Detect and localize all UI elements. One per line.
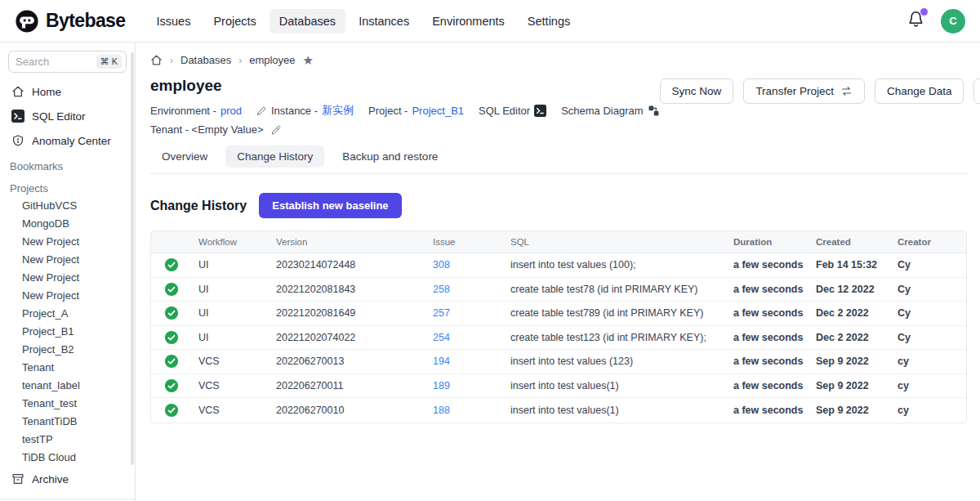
cell-status — [151, 330, 192, 345]
instance-link[interactable]: 新实例 — [322, 103, 354, 118]
environment-link[interactable]: prod — [220, 105, 242, 117]
sidebar-section-bookmarks: Bookmarks — [0, 153, 135, 175]
cell-duration: a few seconds — [727, 259, 809, 271]
cell-duration: a few seconds — [727, 356, 809, 367]
archive-icon — [11, 472, 24, 485]
nav-menu: IssuesProjectsDatabasesInstancesEnvironm… — [146, 9, 580, 34]
project-link[interactable]: Project_B1 — [412, 105, 464, 117]
success-status-icon — [164, 354, 179, 369]
issue-link[interactable]: 257 — [433, 307, 450, 319]
meta-schema-diagram-link[interactable]: Schema Diagram — [561, 105, 659, 117]
page-header-left: employee Environment - prod Instance - 新… — [150, 77, 660, 136]
cell-sql: create table test123 (id int PRIMARY KEY… — [504, 332, 727, 343]
nav-item-projects[interactable]: Projects — [203, 9, 265, 34]
edit-pencil-icon[interactable] — [270, 124, 282, 136]
meta-project-label: Project - — [368, 105, 408, 117]
success-status-icon — [164, 282, 179, 297]
breadcrumb-home-icon[interactable] — [150, 54, 163, 66]
meta-instance: Instance - 新实例 — [256, 103, 354, 118]
cell-sql: insert into test values(1) — [504, 405, 727, 416]
notification-dot — [920, 8, 928, 16]
cell-issue: 188 — [426, 405, 504, 416]
cell-creator: Cy — [891, 332, 966, 343]
sidebar-item-archive[interactable]: Archive — [0, 467, 135, 491]
sidebar-item-label: Anomaly Center — [32, 135, 111, 147]
sidebar-project-project-b1[interactable]: Project_B1 — [0, 323, 135, 341]
cell-creator: Cy — [891, 284, 966, 295]
search-input[interactable] — [16, 56, 93, 68]
top-navbar: Bytebase IssuesProjectsDatabasesInstance… — [0, 0, 980, 42]
bookmark-star-icon[interactable]: ★ — [303, 54, 314, 66]
cell-issue: 254 — [426, 332, 504, 343]
establish-baseline-button[interactable]: Establish new baseline — [259, 193, 401, 218]
sidebar-project-tenanttidb[interactable]: TenantTiDB — [0, 413, 135, 431]
success-status-icon — [164, 378, 179, 393]
sidebar-item-anomaly-center[interactable]: Anomaly Center — [0, 128, 135, 153]
sidebar-project-project-b2[interactable]: Project_B2 — [0, 341, 135, 359]
tab-overview[interactable]: Overview — [150, 145, 219, 168]
nav-item-environments[interactable]: Environments — [422, 9, 514, 34]
breadcrumb-databases[interactable]: Databases — [180, 54, 231, 66]
sidebar-project-githubvcs[interactable]: GitHubVCS — [0, 197, 135, 215]
sidebar-project-new-project[interactable]: New Project — [0, 287, 135, 305]
nav-item-settings[interactable]: Settings — [518, 9, 580, 34]
meta-sql-editor-link[interactable]: SQL Editor — [479, 105, 546, 117]
page-actions: Sync Now Transfer Project Change Data Al… — [660, 77, 980, 136]
sidebar-project-mongodb[interactable]: MongoDB — [0, 215, 135, 233]
cell-created: Sep 9 2022 — [809, 356, 891, 367]
issue-link[interactable]: 188 — [433, 405, 450, 416]
sidebar-project-new-project[interactable]: New Project — [0, 269, 135, 287]
cell-workflow: UI — [192, 332, 270, 343]
issue-link[interactable]: 308 — [433, 259, 450, 271]
sidebar-project-tenant[interactable]: Tenant — [0, 359, 135, 377]
nav-item-instances[interactable]: Instances — [349, 9, 419, 34]
sidebar-project-new-project[interactable]: New Project — [0, 233, 135, 251]
cell-created: Dec 12 2022 — [809, 284, 891, 295]
bytebase-logo-icon — [15, 9, 39, 34]
cell-issue: 258 — [426, 284, 504, 295]
cell-workflow: VCS — [192, 380, 270, 391]
sync-now-button[interactable]: Sync Now — [660, 78, 734, 104]
sidebar-project-project-a[interactable]: Project_A — [0, 305, 135, 323]
cell-sql: create table test78 (id int PRIMARY KEY) — [504, 284, 727, 295]
brand-name: Bytebase — [46, 10, 125, 32]
sidebar-project-testtp[interactable]: testTP — [0, 431, 135, 449]
tab-change-history[interactable]: Change History — [225, 145, 324, 168]
tab-backup-and-restore[interactable]: Backup and restore — [331, 145, 449, 168]
sidebar-item-home[interactable]: Home — [0, 79, 135, 104]
transfer-project-button[interactable]: Transfer Project — [743, 78, 865, 104]
instance-engine-icon — [256, 105, 267, 116]
change-data-button[interactable]: Change Data — [875, 78, 964, 104]
home-icon — [11, 85, 24, 98]
alter-schema-button[interactable]: Alter Schema — [973, 78, 980, 104]
table-row: UI20230214072448308insert into test valu… — [151, 253, 966, 278]
issue-link[interactable]: 194 — [433, 356, 450, 367]
sidebar-project-tidb-cloud[interactable]: TiDB Cloud — [0, 449, 135, 467]
sync-now-label: Sync Now — [672, 85, 722, 97]
tenant-label: Tenant - <Empty Value> — [150, 123, 264, 136]
cell-issue: 189 — [426, 380, 504, 391]
history-table-body: UI20230214072448308insert into test valu… — [151, 253, 966, 423]
sidebar-project-new-project[interactable]: New Project — [0, 251, 135, 269]
cell-duration: a few seconds — [727, 405, 809, 416]
sidebar-item-sql-editor[interactable]: SQL Editor — [0, 104, 135, 128]
issue-link[interactable]: 258 — [433, 284, 450, 295]
user-avatar[interactable]: C — [941, 9, 965, 34]
nav-item-databases[interactable]: Databases — [270, 9, 345, 34]
sidebar-project-tenant-test[interactable]: Tenant_test — [0, 395, 135, 413]
success-status-icon — [164, 330, 179, 345]
sidebar-scrollbar[interactable] — [131, 52, 134, 465]
nav-item-issues[interactable]: Issues — [146, 9, 200, 34]
sidebar-item-label: Home — [32, 86, 61, 98]
cell-creator: cy — [891, 356, 966, 367]
breadcrumb-employee[interactable]: employee — [249, 54, 295, 66]
issue-link[interactable]: 189 — [433, 380, 450, 391]
issue-link[interactable]: 254 — [433, 332, 450, 343]
bytebase-logo[interactable]: Bytebase — [15, 9, 125, 34]
sidebar-project-tenant-label[interactable]: tenant_label — [0, 377, 135, 395]
cell-created: Feb 14 15:32 — [809, 259, 891, 271]
table-row: VCS202206270011189insert into test value… — [151, 374, 966, 399]
search-box[interactable]: ⌘ K — [8, 51, 127, 73]
table-row: UI20221202081843258create table test78 (… — [151, 278, 966, 302]
notifications-button[interactable] — [907, 11, 924, 31]
